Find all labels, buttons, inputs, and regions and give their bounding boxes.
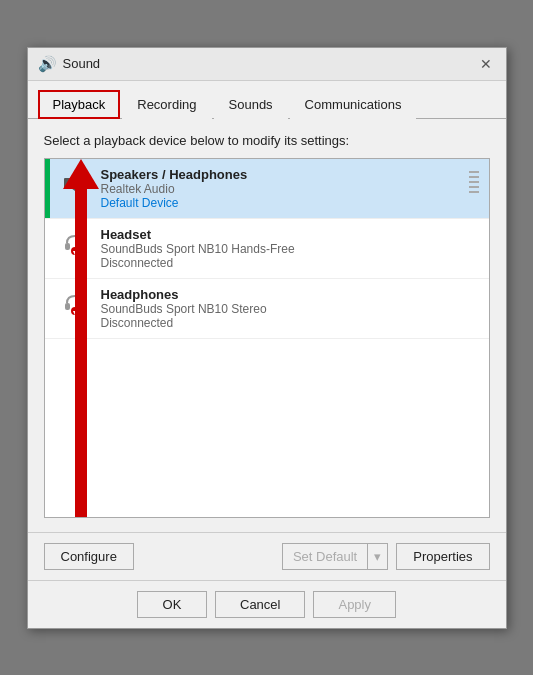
speakers-sub: Realtek Audio [101, 182, 459, 196]
tab-sounds[interactable]: Sounds [214, 90, 288, 119]
headset-sub: SoundBuds Sport NB10 Hands-Free [101, 242, 479, 256]
speaker-icon [59, 167, 91, 199]
window-title: Sound [63, 56, 101, 71]
speakers-info: Speakers / Headphones Realtek Audio Defa… [101, 167, 459, 210]
ok-button[interactable]: OK [137, 591, 207, 618]
speakers-name: Speakers / Headphones [101, 167, 459, 182]
svg-text:▼: ▼ [71, 249, 78, 256]
tab-recording[interactable]: Recording [122, 90, 211, 119]
tab-bar: Playback Recording Sounds Communications [28, 81, 506, 119]
set-default-button[interactable]: Set Default [282, 543, 367, 570]
close-button[interactable]: ✕ [476, 54, 496, 74]
device-item-headphones[interactable]: ▼ Headphones SoundBuds Sport NB10 Stereo… [45, 279, 489, 339]
headset-name: Headset [101, 227, 479, 242]
device-item-speakers[interactable]: Speakers / Headphones Realtek Audio Defa… [45, 159, 489, 219]
headset-icon: ▼ [59, 227, 91, 259]
svg-rect-6 [65, 303, 70, 310]
tab-communications[interactable]: Communications [290, 90, 417, 119]
instruction-text: Select a playback device below to modify… [44, 133, 490, 148]
footer-buttons: OK Cancel Apply [28, 580, 506, 628]
device-list[interactable]: Speakers / Headphones Realtek Audio Defa… [44, 158, 490, 518]
action-buttons: Configure Set Default ▾ Properties [28, 532, 506, 580]
device-item-headset[interactable]: ▼ Headset SoundBuds Sport NB10 Hands-Fre… [45, 219, 489, 279]
apply-button[interactable]: Apply [313, 591, 396, 618]
content-area: Select a playback device below to modify… [28, 119, 506, 532]
headset-status: Disconnected [101, 256, 479, 270]
speakers-status: Default Device [101, 196, 459, 210]
headphones-icon: ▼ [59, 287, 91, 319]
svg-rect-7 [80, 303, 85, 310]
sound-dialog: 🔊 Sound ✕ Playback Recording Sounds Comm… [27, 47, 507, 629]
set-default-group: Set Default ▾ [282, 543, 388, 570]
set-default-dropdown[interactable]: ▾ [367, 543, 388, 570]
configure-button[interactable]: Configure [44, 543, 134, 570]
headphones-sub: SoundBuds Sport NB10 Stereo [101, 302, 479, 316]
properties-button[interactable]: Properties [396, 543, 489, 570]
headset-info: Headset SoundBuds Sport NB10 Hands-Free … [101, 227, 479, 270]
cancel-button[interactable]: Cancel [215, 591, 305, 618]
svg-marker-1 [71, 172, 79, 194]
window-icon: 🔊 [38, 55, 57, 73]
headphones-name: Headphones [101, 287, 479, 302]
svg-rect-3 [80, 243, 85, 250]
svg-rect-0 [64, 178, 71, 188]
scroll-lines [469, 171, 479, 193]
svg-rect-2 [65, 243, 70, 250]
default-indicator [45, 159, 50, 218]
headphones-info: Headphones SoundBuds Sport NB10 Stereo D… [101, 287, 479, 330]
svg-text:▼: ▼ [71, 309, 78, 316]
headphones-status: Disconnected [101, 316, 479, 330]
title-bar: 🔊 Sound ✕ [28, 48, 506, 81]
tab-playback[interactable]: Playback [38, 90, 121, 119]
